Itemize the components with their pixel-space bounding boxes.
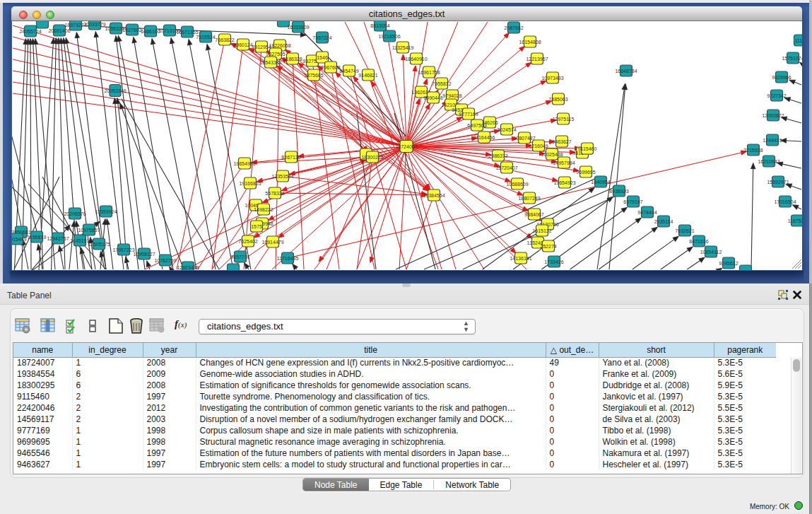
svg-text:15720407: 15720407 (495, 165, 517, 170)
svg-text:19218506: 19218506 (378, 34, 400, 39)
svg-text:1167533: 1167533 (788, 218, 802, 223)
svg-text:9463627: 9463627 (552, 139, 571, 144)
svg-text:8186328: 8186328 (283, 57, 302, 62)
svg-text:9657771: 9657771 (230, 255, 249, 259)
svg-text:14136141: 14136141 (510, 256, 531, 261)
svg-text:9227342: 9227342 (767, 93, 786, 98)
svg-text:9884067: 9884067 (524, 212, 543, 217)
svg-text:18640910: 18640910 (405, 57, 427, 62)
svg-text:8813054: 8813054 (370, 23, 389, 28)
svg-text:16033809: 16033809 (287, 25, 309, 30)
svg-text:10975857: 10975857 (78, 228, 100, 233)
svg-text:11716485: 11716485 (277, 256, 299, 261)
svg-text:21164456: 21164456 (473, 135, 495, 140)
svg-text:20691406: 20691406 (48, 28, 70, 33)
svg-text:6216049: 6216049 (529, 144, 548, 148)
svg-text:20053346: 20053346 (104, 88, 126, 93)
svg-text:19654988: 19654988 (233, 161, 255, 166)
svg-text:6466160: 6466160 (141, 29, 160, 34)
svg-text:8454749: 8454749 (339, 69, 358, 74)
svg-text:3024574: 3024574 (497, 127, 516, 132)
svg-text:10782759: 10782759 (154, 258, 176, 263)
svg-text:17016504: 17016504 (774, 199, 796, 204)
svg-text:7955812: 7955812 (432, 81, 451, 86)
svg-text:10688609: 10688609 (506, 182, 528, 187)
svg-text:19384554: 19384554 (423, 193, 445, 198)
svg-text:2967608: 2967608 (321, 65, 340, 70)
svg-text:10807487: 10807487 (513, 136, 535, 141)
svg-text:1527602: 1527602 (122, 28, 141, 33)
svg-text:12093872: 12093872 (762, 113, 784, 118)
svg-text:9699695: 9699695 (576, 170, 595, 175)
svg-text:9474444: 9474444 (637, 210, 657, 215)
svg-text:24055724: 24055724 (19, 29, 41, 34)
svg-text:1498222: 1498222 (254, 207, 273, 212)
svg-text:2935114: 2935114 (654, 219, 673, 224)
svg-text:18807249: 18807249 (518, 196, 540, 201)
svg-text:14957984: 14957984 (553, 160, 575, 165)
svg-text:6379197: 6379197 (623, 199, 642, 204)
svg-text:7515524: 7515524 (196, 35, 215, 40)
svg-text:1112: 1112 (795, 38, 802, 43)
svg-text:2087682: 2087682 (504, 25, 523, 30)
svg-text:5578334: 5578334 (265, 191, 284, 196)
svg-text:7357224: 7357224 (312, 35, 331, 40)
svg-text:7485063: 7485063 (548, 97, 567, 102)
svg-text:9115460: 9115460 (578, 146, 597, 151)
svg-text:15692971: 15692971 (767, 180, 789, 185)
svg-text:18226058: 18226058 (269, 43, 290, 48)
svg-text:8960124: 8960124 (233, 42, 252, 47)
svg-text:1575: 1575 (251, 224, 262, 229)
svg-text:16671355: 16671355 (176, 30, 198, 35)
svg-text:18724007: 18724007 (395, 144, 417, 149)
svg-text:8471636: 8471636 (689, 239, 708, 244)
svg-text:3915449: 3915449 (12, 237, 27, 242)
svg-text:252274: 252274 (540, 244, 556, 249)
svg-text:12213967: 12213967 (526, 57, 548, 62)
svg-text:12975115: 12975115 (553, 117, 575, 122)
svg-text:8938923: 8938923 (609, 189, 628, 194)
svg-text:3875685: 3875685 (304, 73, 323, 78)
svg-text:9146821: 9146821 (358, 73, 377, 78)
svg-text:12942757: 12942757 (47, 236, 69, 241)
svg-text:1156819: 1156819 (28, 235, 47, 240)
svg-text:17359924: 17359924 (95, 209, 117, 214)
svg-text:16543382: 16543382 (259, 60, 281, 65)
svg-text:9990448: 9990448 (423, 95, 442, 100)
svg-text:12353594: 12353594 (271, 174, 293, 179)
svg-text:10025438: 10025438 (541, 152, 563, 157)
svg-text:20206576: 20206576 (64, 211, 86, 216)
svg-text:12923448: 12923448 (177, 265, 199, 270)
svg-text:1615132: 1615132 (532, 228, 551, 233)
svg-text:10958127: 10958127 (133, 252, 155, 257)
svg-text:1733426: 1733426 (544, 259, 563, 264)
svg-text:8267130: 8267130 (281, 155, 300, 160)
svg-text:9245612: 9245612 (719, 261, 738, 266)
svg-text:2986372: 2986372 (488, 153, 507, 158)
svg-text:3215938: 3215938 (743, 148, 763, 153)
svg-text:1640954: 1640954 (591, 180, 610, 185)
svg-text:1546: 1546 (317, 55, 328, 60)
svg-text:18300275: 18300275 (361, 155, 383, 160)
svg-text:1244415: 1244415 (763, 138, 782, 143)
svg-text:9777169: 9777169 (459, 112, 478, 117)
svg-text:19654923: 19654923 (553, 180, 575, 185)
svg-text:20033779: 20033779 (83, 22, 105, 27)
svg-text:16154808: 16154808 (519, 40, 541, 45)
svg-text:11325419: 11325419 (392, 45, 414, 50)
svg-text:10654112: 10654112 (700, 250, 722, 255)
svg-text:17957223: 17957223 (112, 247, 134, 252)
svg-text:16961758: 16961758 (418, 70, 440, 75)
svg-text:1145191: 1145191 (71, 238, 90, 243)
svg-text:10973493: 10973493 (541, 76, 563, 81)
svg-text:7632621: 7632621 (675, 228, 694, 233)
svg-text:19166825: 19166825 (239, 181, 261, 186)
svg-text:16210643: 16210643 (758, 159, 779, 164)
svg-text:9829966: 9829966 (772, 75, 791, 80)
svg-text:15751074: 15751074 (782, 56, 802, 61)
svg-text:6497503: 6497503 (467, 123, 486, 128)
svg-text:7625402: 7625402 (238, 239, 257, 244)
svg-text:9327505: 9327505 (266, 52, 285, 57)
svg-text:9794028: 9794028 (442, 93, 461, 98)
svg-text:12505175: 12505175 (88, 242, 110, 247)
